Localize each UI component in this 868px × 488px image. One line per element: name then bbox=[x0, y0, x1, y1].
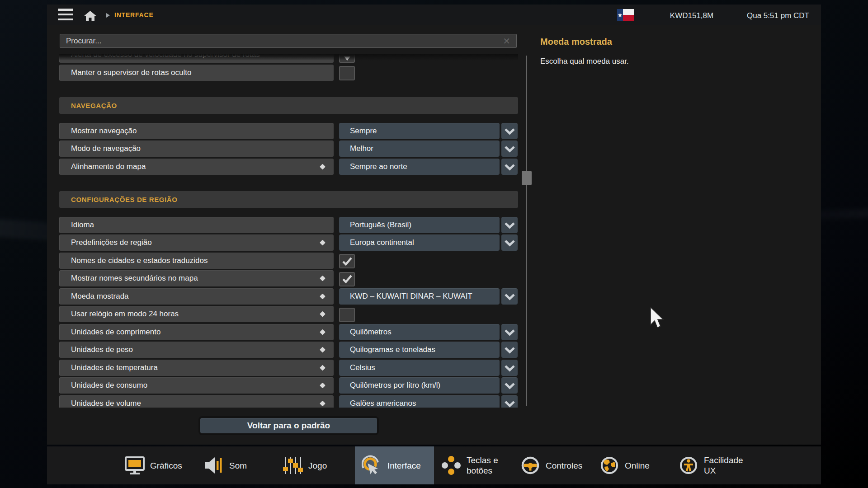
dropdown-value-text: Galões americanos bbox=[350, 399, 416, 408]
scrollbar-track[interactable] bbox=[526, 56, 527, 406]
nav-tab-som[interactable]: Som bbox=[197, 446, 276, 484]
dropdown-value-text: Quilogramas e toneladas bbox=[350, 345, 435, 354]
checkbox[interactable] bbox=[339, 254, 355, 268]
top-bar: INTERFACE KWD151,8M Qua 5:51 pm CDT bbox=[47, 5, 821, 25]
modified-diamond-icon bbox=[320, 383, 326, 389]
setting-label[interactable]: Predefinições de região bbox=[59, 235, 334, 251]
setting-row: Mostrar navegaçãoSempre bbox=[59, 123, 518, 139]
dropdown-chevron-icon[interactable] bbox=[501, 342, 518, 358]
dropdown-value-text: Melhor bbox=[350, 144, 373, 153]
datetime-display: Qua 5:51 pm CDT bbox=[731, 11, 825, 20]
dropdown-chevron-icon[interactable] bbox=[339, 54, 355, 63]
setting-label[interactable]: Unidades de peso bbox=[59, 342, 334, 358]
setting-row: Manter o supervisor de rotas oculto bbox=[59, 65, 518, 81]
scrollbar-thumb[interactable] bbox=[522, 171, 532, 185]
dropdown-value[interactable]: Sempre ao norte bbox=[339, 159, 500, 175]
mouse-cursor bbox=[650, 307, 665, 330]
dropdown-chevron-icon[interactable] bbox=[501, 123, 518, 139]
setting-label[interactable]: Alerta de excesso de velocidade no super… bbox=[59, 54, 334, 63]
setting-label[interactable]: Unidades de consumo bbox=[59, 377, 334, 394]
setting-label-text: Mostrar nomes secundários no mapa bbox=[71, 274, 198, 283]
nav-tab-facilidade-ux[interactable]: Facilidade UX bbox=[671, 446, 750, 484]
setting-row: Unidades de pesoQuilogramas e toneladas bbox=[59, 342, 518, 358]
setting-label[interactable]: Modo de navegação bbox=[59, 141, 334, 157]
search-input[interactable]: Procurar... ✕ bbox=[60, 34, 517, 48]
setting-label-text: Idioma bbox=[71, 221, 94, 230]
setting-label-text: Mostrar navegação bbox=[71, 127, 137, 136]
setting-label-text: Manter o supervisor de rotas oculto bbox=[71, 68, 191, 77]
setting-label-text: Usar relógio em modo 24 horas bbox=[71, 310, 179, 319]
modified-diamond-icon bbox=[320, 276, 326, 282]
setting-label[interactable]: Mostrar nomes secundários no mapa bbox=[59, 270, 334, 286]
nav-tab-teclas-e-bot-es[interactable]: Teclas e botões bbox=[434, 446, 513, 484]
modified-diamond-icon bbox=[320, 293, 326, 299]
dropdown-chevron-icon[interactable] bbox=[501, 395, 518, 408]
modified-diamond-icon bbox=[320, 347, 326, 353]
setting-row: Unidades de volumeGalões americanos bbox=[59, 395, 518, 408]
setting-label[interactable]: Unidades de volume bbox=[59, 395, 334, 408]
setting-label[interactable]: Mostrar navegação bbox=[59, 123, 334, 139]
dropdown-chevron-icon[interactable] bbox=[501, 324, 518, 340]
dropdown-value-text: Europa continental bbox=[350, 238, 414, 247]
section-header: CONFIGURAÇÕES DE REGIÃO bbox=[59, 191, 518, 208]
checkbox[interactable] bbox=[339, 272, 355, 286]
menu-icon[interactable] bbox=[58, 8, 73, 21]
dropdown-value[interactable]: Europa continental bbox=[339, 235, 500, 251]
setting-label-text: Unidades de consumo bbox=[71, 381, 147, 390]
setting-label[interactable]: Alinhamento do mapa bbox=[59, 159, 334, 175]
dropdown-value[interactable]: Sempre bbox=[339, 123, 500, 139]
breadcrumb-arrow-icon bbox=[106, 13, 110, 18]
setting-label[interactable]: Unidades de temperatura bbox=[59, 360, 334, 376]
setting-label[interactable]: Moeda mostrada bbox=[59, 288, 334, 305]
dropdown-chevron-icon[interactable] bbox=[501, 360, 518, 376]
setting-label[interactable]: Nomes de cidades e estados traduzidos bbox=[59, 253, 334, 269]
checkbox[interactable] bbox=[339, 308, 355, 322]
dropdown-chevron-icon[interactable] bbox=[501, 141, 518, 157]
dropdown-value-text: KWD – KUWAITI DINAR – KUWAIT bbox=[350, 292, 472, 301]
dropdown-value-text: Sempre bbox=[350, 127, 377, 136]
steering-wheel-icon bbox=[519, 454, 542, 477]
dropdown-value[interactable]: Melhor bbox=[339, 141, 500, 157]
setting-row: Predefinições de regiãoEuropa continenta… bbox=[59, 235, 518, 251]
dropdown-chevron-icon[interactable] bbox=[501, 159, 518, 175]
setting-label-text: Nomes de cidades e estados traduzidos bbox=[71, 256, 208, 265]
dpad-icon bbox=[440, 454, 462, 477]
home-icon[interactable] bbox=[84, 11, 97, 21]
dropdown-value[interactable]: Quilômetros bbox=[339, 324, 500, 340]
nav-tab-jogo[interactable]: Jogo bbox=[276, 446, 355, 484]
bottom-nav-bar: GráficosSomJogoInterfaceTeclas e botõesC… bbox=[47, 446, 821, 484]
dropdown-chevron-icon[interactable] bbox=[501, 288, 518, 305]
setting-label[interactable]: Usar relógio em modo 24 horas bbox=[59, 306, 334, 322]
nav-tab-label: Online bbox=[625, 460, 650, 471]
settings-list: Alerta de excesso de velocidade no super… bbox=[59, 54, 518, 408]
settings-viewport: Alerta de excesso de velocidade no super… bbox=[59, 54, 518, 408]
reset-to-default-button[interactable]: Voltar para o padrão bbox=[200, 418, 377, 433]
nav-tab-controles[interactable]: Controles bbox=[513, 446, 592, 484]
setting-row: Nomes de cidades e estados traduzidos bbox=[59, 253, 518, 269]
dropdown-value[interactable]: Celsius bbox=[339, 360, 500, 376]
section-header: NAVEGAÇÃO bbox=[59, 97, 518, 114]
setting-label-text: Moeda mostrada bbox=[71, 292, 129, 301]
setting-label[interactable]: Manter o supervisor de rotas oculto bbox=[59, 65, 334, 81]
dropdown-value-text: Quilômetros bbox=[350, 328, 392, 337]
dropdown-value[interactable]: Quilogramas e toneladas bbox=[339, 342, 500, 358]
nav-tab-gr-ficos[interactable]: Gráficos bbox=[118, 446, 197, 484]
nav-tab-interface[interactable]: Interface bbox=[355, 446, 434, 484]
dropdown-chevron-icon[interactable] bbox=[501, 377, 518, 394]
dropdown-chevron-icon[interactable] bbox=[501, 235, 518, 251]
dropdown-value[interactable]: Galões americanos bbox=[339, 395, 500, 408]
clear-search-icon[interactable]: ✕ bbox=[503, 36, 510, 47]
nav-tab-label: Gráficos bbox=[150, 460, 182, 471]
dropdown-value[interactable]: Português (Brasil) bbox=[339, 217, 500, 233]
dropdown-chevron-icon[interactable] bbox=[501, 217, 518, 233]
dropdown-value[interactable]: KWD – KUWAITI DINAR – KUWAIT bbox=[339, 288, 500, 305]
checkbox[interactable] bbox=[339, 66, 355, 80]
nav-tab-online[interactable]: Online bbox=[592, 446, 671, 484]
dropdown-value[interactable]: Quilômetros por litro (km/l) bbox=[339, 377, 500, 394]
setting-label[interactable]: Unidades de comprimento bbox=[59, 324, 334, 340]
modified-diamond-icon bbox=[320, 365, 326, 371]
setting-label[interactable]: Idioma bbox=[59, 217, 334, 233]
setting-row: Modo de navegaçãoMelhor bbox=[59, 141, 518, 157]
setting-label-text: Unidades de volume bbox=[71, 399, 141, 408]
modified-diamond-icon bbox=[320, 311, 326, 317]
